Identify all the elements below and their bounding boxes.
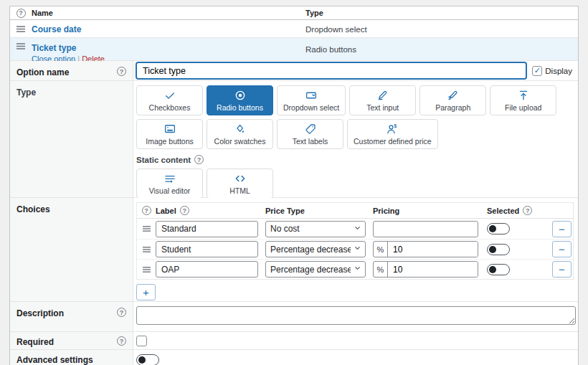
help-icon[interactable]: [523, 206, 532, 215]
choices-column-label: Label: [156, 207, 176, 215]
drag-handle-icon[interactable]: [16, 25, 26, 33]
percent-prefix: %: [374, 262, 388, 277]
choices-label-cell: Choices: [10, 198, 133, 301]
choice-row-standard: No cost −: [137, 219, 573, 239]
pricing-input[interactable]: [388, 262, 478, 277]
type-button-image-buttons[interactable]: Image buttons: [136, 119, 203, 149]
radio-buttons-icon: [234, 89, 247, 102]
choice-row-oap: Percentage decrease % −: [137, 259, 573, 279]
choices-column-selected: Selected: [487, 207, 519, 215]
percent-prefix: %: [374, 242, 388, 257]
choice-row-student: Percentage decrease % −: [137, 239, 573, 259]
option-name-link[interactable]: Course date: [32, 24, 81, 34]
type-row: Type Checkboxes Radio buttons Dropdown s…: [10, 81, 578, 198]
color-swatches-icon: [234, 123, 247, 136]
option-name-label: Option name: [16, 67, 69, 77]
help-icon[interactable]: [142, 206, 151, 215]
choices-table-header: Label Price Type Pricing Selected: [137, 203, 573, 219]
display-label: Display: [545, 67, 572, 75]
option-row-course-date[interactable]: Course date Dropdown select: [10, 20, 578, 38]
selected-toggle[interactable]: [487, 244, 510, 255]
choices-column-pricing: Pricing: [373, 207, 478, 215]
image-buttons-icon: [163, 123, 176, 136]
required-checkbox[interactable]: [136, 336, 147, 346]
static-content-label: Static content: [136, 155, 575, 164]
customer-defined-price-icon: $: [386, 123, 399, 136]
dropdown-select-icon: [305, 89, 318, 102]
pricing-input[interactable]: [388, 242, 478, 257]
choices-table: Label Price Type Pricing Selected No cos…: [136, 202, 574, 280]
required-label: Required: [16, 337, 54, 347]
remove-choice-button[interactable]: −: [552, 261, 572, 278]
choice-label-input[interactable]: [156, 241, 258, 257]
option-name-input[interactable]: [136, 62, 526, 79]
type-buttons-row-1: Checkboxes Radio buttons Dropdown select…: [136, 85, 575, 115]
description-row: Description: [10, 302, 578, 332]
advanced-settings-label-cell: Advanced settings: [10, 350, 133, 365]
add-choice-button[interactable]: +: [136, 284, 156, 300]
html-code-icon: [234, 172, 247, 185]
options-table-header: Name Type: [10, 6, 578, 20]
price-type-select[interactable]: Percentage decrease: [265, 261, 366, 278]
description-label-cell: Description: [10, 302, 133, 331]
option-type-text: Radio buttons: [305, 45, 356, 54]
required-label-cell: Required: [10, 332, 133, 349]
type-button-paragraph[interactable]: Paragraph: [419, 85, 486, 115]
description-textarea[interactable]: [136, 306, 576, 325]
paragraph-icon: [447, 89, 460, 102]
drag-handle-icon[interactable]: [142, 246, 151, 253]
option-type-text: Dropdown select: [305, 25, 367, 34]
product-options-panel: Name Type Course date Dropdown select Ti…: [9, 6, 579, 365]
type-buttons-row-2: Image buttons Color swatches Text labels…: [136, 119, 575, 149]
choice-label-input[interactable]: [156, 261, 258, 278]
pricing-input[interactable]: [373, 221, 478, 237]
choices-label: Choices: [16, 204, 50, 214]
type-label-cell: Type: [10, 81, 133, 197]
selected-toggle[interactable]: [487, 223, 510, 234]
option-name-link[interactable]: Ticket type: [32, 43, 76, 53]
type-label: Type: [16, 87, 36, 98]
advanced-settings-row: Advanced settings: [10, 350, 578, 365]
option-name-label-cell: Option name: [10, 61, 133, 80]
drag-handle-icon[interactable]: [16, 42, 26, 50]
visual-editor-icon: [163, 172, 176, 185]
advanced-settings-label: Advanced settings: [16, 355, 93, 365]
type-button-visual-editor[interactable]: Visual editor: [136, 169, 203, 199]
type-button-color-swatches[interactable]: Color swatches: [207, 119, 273, 149]
drag-handle-icon[interactable]: [142, 225, 151, 232]
type-button-text-labels[interactable]: Text labels: [277, 119, 343, 149]
type-button-customer-defined-price[interactable]: $ Customer defined price: [347, 119, 438, 149]
help-icon[interactable]: [194, 155, 204, 164]
required-row: Required: [10, 332, 578, 350]
text-input-icon: [376, 89, 389, 102]
choice-label-input[interactable]: [156, 221, 258, 237]
type-button-text-input[interactable]: Text input: [349, 85, 416, 115]
price-type-select[interactable]: Percentage decrease: [265, 241, 366, 257]
column-header-name: Name: [32, 9, 305, 17]
advanced-settings-toggle[interactable]: [136, 354, 159, 365]
help-icon[interactable]: [117, 308, 126, 317]
remove-choice-button[interactable]: −: [552, 241, 572, 257]
display-checkbox[interactable]: [532, 66, 542, 76]
price-type-select[interactable]: No cost: [265, 221, 366, 237]
checkboxes-icon: [163, 89, 176, 102]
static-content-buttons-row: Visual editor HTML: [136, 169, 575, 199]
file-upload-icon: [517, 89, 530, 102]
option-row-ticket-type[interactable]: Ticket type Close option | Delete Radio …: [10, 38, 578, 61]
option-name-row: Option name Display: [10, 61, 578, 81]
column-header-type: Type: [305, 9, 578, 17]
description-label: Description: [16, 308, 64, 318]
help-icon[interactable]: [16, 9, 26, 18]
help-icon[interactable]: [117, 67, 126, 76]
help-icon[interactable]: [180, 206, 189, 215]
remove-choice-button[interactable]: −: [552, 221, 572, 237]
help-icon[interactable]: [117, 336, 126, 346]
type-button-dropdown-select[interactable]: Dropdown select: [277, 85, 346, 115]
type-button-radio-buttons[interactable]: Radio buttons: [207, 85, 273, 115]
drag-handle-icon[interactable]: [142, 266, 151, 273]
type-button-checkboxes[interactable]: Checkboxes: [136, 85, 203, 115]
selected-toggle[interactable]: [487, 264, 510, 275]
choices-row: Choices Label Price Type Pricing Selecte…: [10, 198, 578, 302]
type-button-html[interactable]: HTML: [207, 169, 273, 199]
type-button-file-upload[interactable]: File upload: [490, 85, 556, 115]
